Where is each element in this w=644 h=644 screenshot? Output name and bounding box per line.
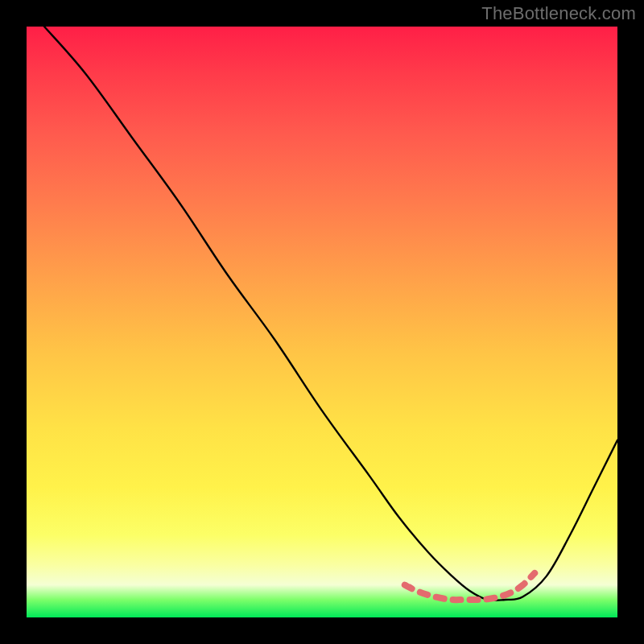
bottleneck-accent (405, 573, 535, 600)
watermark-text: TheBottleneck.com (481, 3, 636, 24)
chart-svg (27, 27, 617, 617)
bottleneck-curve (44, 27, 617, 601)
chart-stage: TheBottleneck.com (0, 0, 644, 644)
plot-area (27, 27, 617, 617)
